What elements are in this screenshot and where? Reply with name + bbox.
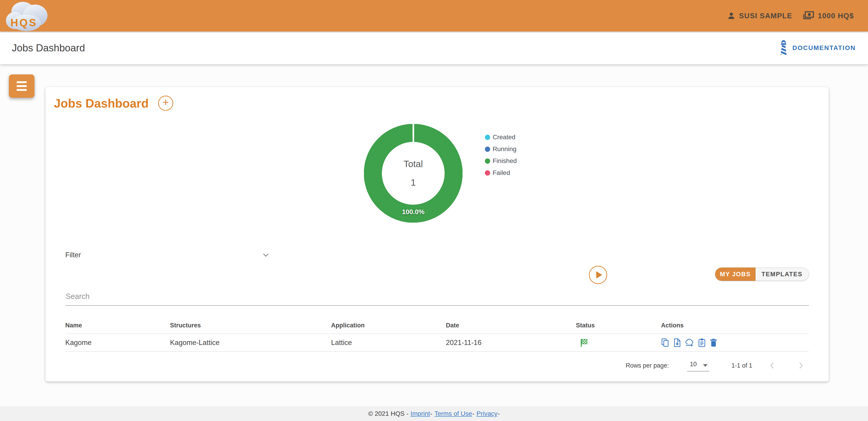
jobs-dashboard-page: { "topbar": { "logo_text": "HQS", "user_…: [0, 0, 868, 421]
table-row: Kagome Kagome-Lattice Lattice 2021-11-16: [65, 334, 809, 352]
card-header: Jobs Dashboard +: [54, 96, 173, 111]
download-file-button[interactable]: [673, 338, 682, 347]
cell-application: Lattice: [331, 338, 446, 347]
page-title: Jobs Dashboard: [12, 42, 85, 54]
run-job-button[interactable]: [589, 266, 607, 284]
clipboard-icon: [698, 338, 706, 347]
privacy-link[interactable]: Privacy: [476, 410, 497, 417]
failed-marker-icon: [485, 170, 490, 176]
running-marker-icon: [485, 147, 490, 152]
column-header-status: Status: [576, 322, 661, 329]
column-header-date: Date: [446, 322, 576, 329]
cloud-submit-button[interactable]: [685, 338, 694, 347]
user-menu[interactable]: SUSI SAMPLE: [727, 12, 792, 20]
jobs-templates-toggle: MY JOBS TEMPLATES: [715, 268, 809, 281]
tab-my-jobs[interactable]: MY JOBS: [715, 268, 755, 281]
cell-actions: [661, 338, 809, 347]
finished-marker-icon: [485, 158, 490, 164]
cloud-submit-icon: [685, 338, 694, 347]
delete-job-button[interactable]: [709, 338, 718, 347]
topbar: HQS SUSI SAMPLE 1000 HQ$: [0, 0, 868, 31]
credits-menu[interactable]: 1000 HQ$: [802, 11, 854, 21]
chevron-right-icon: [796, 361, 805, 370]
legend-item-finished: Finished: [485, 155, 517, 167]
created-marker-icon: [485, 135, 490, 140]
legend-item-running: Running: [485, 143, 517, 155]
menu-button[interactable]: [9, 74, 34, 98]
table-header-row: Name Structures Application Date Status …: [65, 317, 809, 334]
person-icon: [727, 12, 736, 20]
previous-page-button[interactable]: [764, 357, 781, 374]
jobs-table: Name Structures Application Date Status …: [65, 317, 809, 352]
terms-of-use-link[interactable]: Terms of Use: [434, 410, 472, 417]
legend-item-created: Created: [485, 131, 517, 143]
chevron-left-icon: [768, 361, 777, 370]
column-header-name: Name: [65, 322, 170, 329]
rows-per-page-value: 10: [690, 361, 696, 368]
add-job-button[interactable]: +: [158, 96, 173, 111]
download-file-icon: [673, 338, 682, 347]
play-icon: [596, 271, 602, 278]
tab-templates[interactable]: TEMPLATES: [755, 268, 809, 281]
search-input[interactable]: [65, 287, 809, 306]
hqs-logo[interactable]: HQS: [5, 0, 53, 32]
rows-per-page-select[interactable]: 10: [687, 360, 709, 371]
logo-text: HQS: [10, 17, 37, 29]
chevron-down-icon: [261, 250, 271, 260]
documentation-link[interactable]: DOCUMENTATION: [779, 40, 856, 56]
page-header: Jobs Dashboard DOCUMENTATION: [0, 31, 868, 64]
search-row: [65, 287, 809, 306]
credits-amount: 1000 HQ$: [818, 12, 854, 20]
pagination-range: 1-1 of 1: [731, 362, 752, 369]
filter-panel-header[interactable]: Filter: [65, 247, 271, 263]
documentation-label: DOCUMENTATION: [793, 44, 856, 52]
chart-legend: Created Running Finished Failed: [485, 131, 517, 179]
copy-job-button[interactable]: [661, 338, 670, 347]
rows-per-page-label: Rows per page:: [626, 362, 669, 369]
caret-down-icon: [703, 364, 708, 367]
copy-icon: [661, 338, 670, 347]
results-clipboard-button[interactable]: [698, 338, 706, 347]
imprint-link[interactable]: Imprint: [410, 410, 430, 417]
lighthouse-icon: [779, 40, 788, 56]
jobs-dashboard-card: Jobs Dashboard + Total 1 100.0% Created …: [45, 87, 829, 382]
cell-name: Kagome: [65, 338, 170, 347]
plus-icon: +: [162, 97, 169, 108]
jobs-status-donut-chart: Total 1 100.0%: [364, 124, 463, 222]
user-name: SUSI SAMPLE: [739, 12, 792, 20]
cell-date: 2021-11-16: [446, 338, 576, 347]
column-header-actions: Actions: [661, 322, 809, 329]
column-header-application: Application: [331, 322, 446, 329]
legend-item-failed: Failed: [485, 167, 517, 179]
page-footer: © 2021 HQS - Imprint- Terms of Use- Priv…: [0, 407, 868, 421]
donut-ring: [364, 124, 463, 222]
column-header-structures: Structures: [170, 322, 331, 329]
money-icon: [802, 11, 814, 21]
finished-flag-icon: [579, 338, 588, 347]
trash-icon: [709, 338, 718, 347]
copyright-text: © 2021 HQS -: [368, 410, 408, 417]
card-title: Jobs Dashboard: [54, 96, 149, 110]
cell-status: [576, 338, 661, 347]
topbar-right: SUSI SAMPLE 1000 HQ$: [727, 0, 854, 31]
table-pagination: Rows per page: 10 1-1 of 1: [626, 356, 809, 375]
cell-structures: Kagome-Lattice: [170, 338, 331, 347]
next-page-button[interactable]: [793, 357, 809, 374]
filter-label: Filter: [65, 251, 81, 259]
